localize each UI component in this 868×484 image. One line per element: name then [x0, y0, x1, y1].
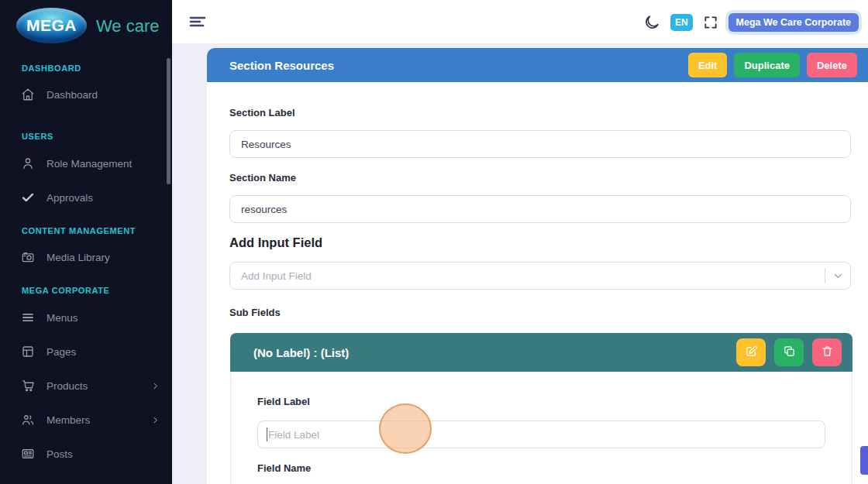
brand-logo[interactable]: MEGA We care — [0, 0, 172, 54]
site-switcher-button[interactable]: Mega We Care Corporate — [728, 13, 859, 32]
field-label-input[interactable] — [257, 420, 825, 448]
select-divider — [825, 268, 825, 283]
sidebar-item-label: Members — [46, 414, 90, 426]
chevron-down-icon[interactable] — [832, 270, 844, 282]
topbar-actions: EN Mega We Care Corporate — [643, 0, 859, 44]
sub-field-card-title: (No Label) : (List) — [253, 346, 349, 359]
add-input-field-heading: Add Input Field — [229, 235, 322, 250]
sidebar-item-members[interactable]: Members — [0, 410, 172, 430]
edit-icon — [745, 345, 758, 360]
sidebar-item-media-library[interactable]: Media Library — [0, 247, 172, 267]
edge-floating-button[interactable] — [860, 446, 868, 475]
brand-tagline: We care — [96, 16, 160, 36]
members-icon — [21, 413, 35, 427]
pages-icon — [21, 345, 35, 359]
text-cursor — [267, 427, 267, 441]
page-title: Section Resources — [229, 59, 334, 72]
sidebar-scrollbar[interactable] — [167, 58, 170, 184]
section-panel: Section Resources Edit Duplicate Delete … — [207, 48, 868, 484]
sidebar-item-menus[interactable]: Menus — [0, 307, 172, 328]
sidebar-heading-dashboard: DASHBOARD — [22, 64, 81, 73]
posts-icon — [21, 447, 35, 461]
sidebar-item-approvals[interactable]: Approvals — [0, 187, 172, 208]
sub-field-edit-button[interactable] — [736, 338, 766, 366]
copy-icon — [783, 345, 796, 360]
moon-icon[interactable] — [643, 14, 660, 31]
sidebar-item-label: Pages — [46, 346, 76, 358]
delete-button[interactable]: Delete — [807, 53, 857, 77]
add-input-field-select-input[interactable] — [229, 262, 851, 290]
chevron-right-icon — [151, 382, 160, 390]
field-name-label: Field Name — [257, 462, 311, 474]
section-name-label: Section Name — [229, 172, 296, 184]
chevron-right-icon — [151, 416, 160, 424]
sidebar: MEGA We care DASHBOARD Dashboard USERS R… — [0, 0, 172, 484]
mega-logo-icon: MEGA — [16, 8, 87, 43]
sidebar-item-role-management[interactable]: Role Management — [0, 153, 172, 173]
cart-icon — [21, 379, 35, 393]
sidebar-item-label: Approvals — [46, 192, 93, 204]
sidebar-item-label: Menus — [46, 312, 78, 324]
sidebar-item-label: Products — [46, 380, 88, 392]
add-input-field-select[interactable] — [229, 262, 851, 290]
sub-field-duplicate-button[interactable] — [774, 338, 804, 366]
sidebar-item-posts[interactable]: Posts — [0, 444, 172, 464]
sidebar-heading-users: USERS — [22, 132, 53, 141]
edit-button[interactable]: Edit — [688, 53, 728, 77]
sidebar-item-pages[interactable]: Pages — [0, 342, 172, 362]
sub-fields-label: Sub Fields — [229, 307, 281, 318]
sidebar-item-label: Role Management — [46, 158, 132, 170]
sidebar-heading-content-management: CONTENT MANAGEMENT — [22, 226, 136, 235]
camera-icon — [21, 250, 35, 264]
section-name-input[interactable] — [229, 195, 851, 223]
sub-field-card: (No Label) : (List) Field Label Field Na… — [230, 333, 852, 484]
section-label-input[interactable] — [229, 130, 851, 158]
fullscreen-icon[interactable] — [703, 15, 718, 30]
menu-lines-icon — [21, 311, 35, 324]
field-label-label: Field Label — [257, 396, 310, 407]
check-icon — [21, 191, 35, 204]
section-panel-header: Section Resources Edit Duplicate Delete — [207, 48, 868, 82]
sub-field-delete-button[interactable] — [812, 338, 842, 366]
topbar: EN Mega We Care Corporate — [172, 0, 868, 44]
sidebar-heading-mega-corporate: MEGA CORPORATE — [22, 286, 110, 295]
language-button[interactable]: EN — [670, 14, 693, 31]
sidebar-item-label: Posts — [46, 448, 73, 460]
section-label-label: Section Label — [229, 107, 295, 118]
sidebar-item-label: Dashboard — [46, 89, 98, 101]
home-icon — [21, 88, 35, 101]
sidebar-item-products[interactable]: Products — [0, 376, 172, 396]
sub-field-card-header: (No Label) : (List) — [230, 333, 852, 372]
sidebar-item-dashboard[interactable]: Dashboard — [0, 84, 172, 105]
sub-field-card-body: Field Label Field Name — [230, 372, 852, 484]
user-icon — [21, 156, 35, 170]
duplicate-button[interactable]: Duplicate — [734, 53, 800, 77]
sidebar-item-label: Media Library — [46, 252, 110, 263]
trash-icon — [821, 345, 834, 360]
cursor-click-indicator — [379, 403, 432, 454]
sub-field-actions — [736, 338, 842, 366]
section-actions: Edit Duplicate Delete — [688, 53, 857, 77]
hamburger-icon[interactable] — [188, 12, 207, 31]
logo-text: MEGA — [26, 16, 77, 35]
app-root: MEGA We care DASHBOARD Dashboard USERS R… — [0, 0, 868, 484]
